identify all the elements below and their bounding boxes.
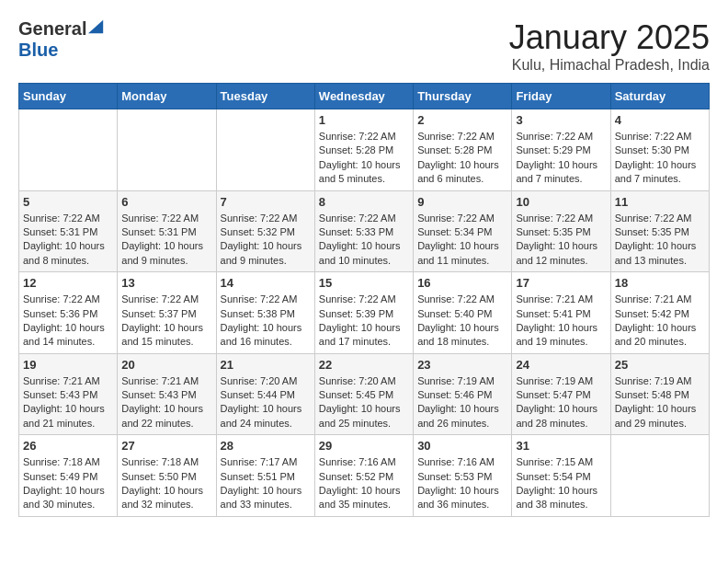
- day-info: Sunrise: 7:21 AMSunset: 5:43 PMDaylight:…: [23, 374, 113, 431]
- weekday-header-sunday: Sunday: [19, 84, 118, 109]
- day-info: Sunrise: 7:19 AMSunset: 5:47 PMDaylight:…: [516, 374, 606, 431]
- day-number: 26: [23, 439, 113, 453]
- logo-triangle-icon: [88, 18, 105, 35]
- calendar-day-10: 10Sunrise: 7:22 AMSunset: 5:35 PMDayligh…: [512, 190, 610, 272]
- calendar-day-3: 3Sunrise: 7:22 AMSunset: 5:29 PMDaylight…: [512, 109, 610, 191]
- day-info: Sunrise: 7:22 AMSunset: 5:34 PMDaylight:…: [417, 212, 507, 269]
- calendar-empty-cell: [610, 435, 709, 517]
- day-info: Sunrise: 7:20 AMSunset: 5:45 PMDaylight:…: [319, 374, 409, 431]
- calendar-day-2: 2Sunrise: 7:22 AMSunset: 5:28 PMDaylight…: [414, 109, 512, 191]
- day-number: 6: [121, 195, 211, 209]
- day-info: Sunrise: 7:22 AMSunset: 5:31 PMDaylight:…: [121, 212, 211, 269]
- day-info: Sunrise: 7:22 AMSunset: 5:35 PMDaylight:…: [516, 212, 606, 269]
- day-number: 31: [516, 439, 606, 453]
- calendar-day-14: 14Sunrise: 7:22 AMSunset: 5:38 PMDayligh…: [216, 272, 314, 354]
- day-number: 5: [23, 195, 113, 209]
- day-info: Sunrise: 7:22 AMSunset: 5:35 PMDaylight:…: [615, 212, 705, 269]
- calendar-week-row: 26Sunrise: 7:18 AMSunset: 5:49 PMDayligh…: [19, 435, 710, 517]
- day-number: 23: [417, 358, 507, 372]
- calendar-week-row: 1Sunrise: 7:22 AMSunset: 5:28 PMDaylight…: [19, 109, 710, 191]
- calendar-empty-cell: [216, 109, 314, 191]
- title-block: January 2025 Kulu, Himachal Pradesh, Ind…: [509, 18, 710, 74]
- day-info: Sunrise: 7:16 AMSunset: 5:52 PMDaylight:…: [319, 455, 409, 512]
- day-info: Sunrise: 7:18 AMSunset: 5:50 PMDaylight:…: [121, 455, 211, 512]
- calendar-day-13: 13Sunrise: 7:22 AMSunset: 5:37 PMDayligh…: [118, 272, 216, 354]
- calendar-day-26: 26Sunrise: 7:18 AMSunset: 5:49 PMDayligh…: [19, 435, 118, 517]
- calendar-day-28: 28Sunrise: 7:17 AMSunset: 5:51 PMDayligh…: [216, 435, 314, 517]
- day-info: Sunrise: 7:20 AMSunset: 5:44 PMDaylight:…: [221, 374, 311, 431]
- calendar-week-row: 5Sunrise: 7:22 AMSunset: 5:31 PMDaylight…: [19, 190, 710, 272]
- day-info: Sunrise: 7:15 AMSunset: 5:54 PMDaylight:…: [516, 455, 606, 512]
- calendar-day-20: 20Sunrise: 7:21 AMSunset: 5:43 PMDayligh…: [118, 353, 216, 435]
- day-number: 29: [319, 439, 409, 453]
- day-number: 19: [23, 358, 113, 372]
- calendar-day-19: 19Sunrise: 7:21 AMSunset: 5:43 PMDayligh…: [19, 353, 118, 435]
- day-info: Sunrise: 7:22 AMSunset: 5:32 PMDaylight:…: [221, 212, 311, 269]
- calendar-day-23: 23Sunrise: 7:19 AMSunset: 5:46 PMDayligh…: [414, 353, 512, 435]
- calendar-day-29: 29Sunrise: 7:16 AMSunset: 5:52 PMDayligh…: [314, 435, 413, 517]
- svg-marker-0: [88, 20, 103, 33]
- day-info: Sunrise: 7:21 AMSunset: 5:42 PMDaylight:…: [615, 293, 705, 350]
- day-number: 25: [615, 358, 705, 372]
- logo: General Blue: [18, 18, 105, 61]
- page-header: General Blue January 2025 Kulu, Himachal…: [18, 18, 710, 74]
- day-number: 4: [615, 113, 705, 127]
- day-info: Sunrise: 7:18 AMSunset: 5:49 PMDaylight:…: [23, 455, 113, 512]
- calendar-day-22: 22Sunrise: 7:20 AMSunset: 5:45 PMDayligh…: [314, 353, 413, 435]
- day-number: 30: [417, 439, 507, 453]
- day-number: 9: [417, 195, 507, 209]
- day-number: 22: [319, 358, 409, 372]
- calendar-table: SundayMondayTuesdayWednesdayThursdayFrid…: [18, 83, 710, 517]
- weekday-header-monday: Monday: [118, 84, 216, 109]
- day-number: 1: [319, 113, 409, 127]
- weekday-header-saturday: Saturday: [610, 84, 709, 109]
- day-info: Sunrise: 7:19 AMSunset: 5:48 PMDaylight:…: [615, 374, 705, 431]
- day-info: Sunrise: 7:22 AMSunset: 5:31 PMDaylight:…: [23, 212, 113, 269]
- calendar-day-8: 8Sunrise: 7:22 AMSunset: 5:33 PMDaylight…: [314, 190, 413, 272]
- calendar-day-6: 6Sunrise: 7:22 AMSunset: 5:31 PMDaylight…: [118, 190, 216, 272]
- weekday-header-tuesday: Tuesday: [216, 84, 314, 109]
- day-info: Sunrise: 7:21 AMSunset: 5:41 PMDaylight:…: [516, 293, 606, 350]
- location: Kulu, Himachal Pradesh, India: [509, 57, 710, 74]
- day-info: Sunrise: 7:17 AMSunset: 5:51 PMDaylight:…: [221, 455, 311, 512]
- day-number: 21: [221, 358, 311, 372]
- day-info: Sunrise: 7:22 AMSunset: 5:36 PMDaylight:…: [23, 293, 113, 350]
- calendar-day-24: 24Sunrise: 7:19 AMSunset: 5:47 PMDayligh…: [512, 353, 610, 435]
- logo-general: General: [18, 18, 86, 39]
- day-number: 16: [417, 276, 507, 290]
- day-info: Sunrise: 7:22 AMSunset: 5:33 PMDaylight:…: [319, 212, 409, 269]
- day-number: 10: [516, 195, 606, 209]
- day-number: 3: [516, 113, 606, 127]
- calendar-empty-cell: [19, 109, 118, 191]
- day-number: 8: [319, 195, 409, 209]
- day-info: Sunrise: 7:21 AMSunset: 5:43 PMDaylight:…: [121, 374, 211, 431]
- calendar-day-18: 18Sunrise: 7:21 AMSunset: 5:42 PMDayligh…: [610, 272, 709, 354]
- weekday-header-friday: Friday: [512, 84, 610, 109]
- calendar-day-15: 15Sunrise: 7:22 AMSunset: 5:39 PMDayligh…: [314, 272, 413, 354]
- day-number: 11: [615, 195, 705, 209]
- day-info: Sunrise: 7:22 AMSunset: 5:28 PMDaylight:…: [417, 130, 507, 187]
- day-number: 2: [417, 113, 507, 127]
- day-info: Sunrise: 7:22 AMSunset: 5:30 PMDaylight:…: [615, 130, 705, 187]
- day-info: Sunrise: 7:22 AMSunset: 5:37 PMDaylight:…: [121, 293, 211, 350]
- day-info: Sunrise: 7:22 AMSunset: 5:40 PMDaylight:…: [417, 293, 507, 350]
- weekday-header-thursday: Thursday: [414, 84, 512, 109]
- day-number: 24: [516, 358, 606, 372]
- weekday-header-row: SundayMondayTuesdayWednesdayThursdayFrid…: [19, 84, 710, 109]
- day-info: Sunrise: 7:22 AMSunset: 5:39 PMDaylight:…: [319, 293, 409, 350]
- day-number: 7: [221, 195, 311, 209]
- day-number: 12: [23, 276, 113, 290]
- month-title: January 2025: [509, 18, 710, 57]
- calendar-day-30: 30Sunrise: 7:16 AMSunset: 5:53 PMDayligh…: [414, 435, 512, 517]
- calendar-day-4: 4Sunrise: 7:22 AMSunset: 5:30 PMDaylight…: [610, 109, 709, 191]
- day-info: Sunrise: 7:22 AMSunset: 5:28 PMDaylight:…: [319, 130, 409, 187]
- calendar-day-9: 9Sunrise: 7:22 AMSunset: 5:34 PMDaylight…: [414, 190, 512, 272]
- calendar-day-31: 31Sunrise: 7:15 AMSunset: 5:54 PMDayligh…: [512, 435, 610, 517]
- calendar-empty-cell: [118, 109, 216, 191]
- calendar-day-11: 11Sunrise: 7:22 AMSunset: 5:35 PMDayligh…: [610, 190, 709, 272]
- day-info: Sunrise: 7:22 AMSunset: 5:29 PMDaylight:…: [516, 130, 606, 187]
- day-number: 17: [516, 276, 606, 290]
- calendar-day-7: 7Sunrise: 7:22 AMSunset: 5:32 PMDaylight…: [216, 190, 314, 272]
- day-number: 15: [319, 276, 409, 290]
- day-number: 14: [221, 276, 311, 290]
